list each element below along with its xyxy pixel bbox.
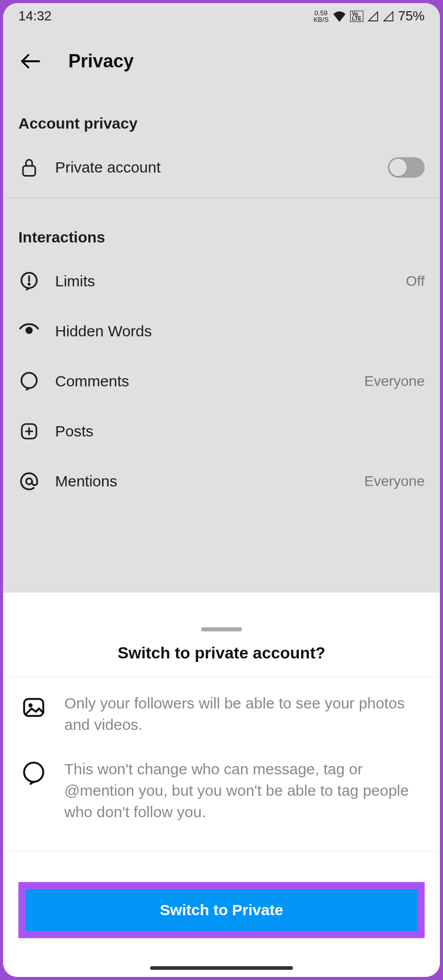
- signal-icon-2: [383, 11, 394, 22]
- posts-row[interactable]: Posts: [3, 406, 440, 456]
- private-account-row[interactable]: Private account: [3, 142, 440, 192]
- svg-rect-1: [23, 166, 35, 176]
- info-row-message: This won't change who can message, tag o…: [3, 743, 440, 830]
- wifi-icon: [333, 11, 346, 22]
- bottom-sheet: Switch to private account? Only your fol…: [3, 617, 440, 977]
- comments-value: Everyone: [364, 373, 425, 389]
- lte-icon: VoLTE: [350, 11, 363, 22]
- signal-icon-1: [367, 11, 379, 22]
- header: Privacy: [3, 28, 440, 89]
- posts-label: Posts: [55, 423, 425, 440]
- private-account-label: Private account: [55, 159, 373, 176]
- svg-point-5: [26, 327, 33, 334]
- drag-handle[interactable]: [201, 627, 242, 631]
- limits-row[interactable]: Limits Off: [3, 256, 440, 306]
- back-button[interactable]: [17, 48, 43, 74]
- limits-icon: [18, 271, 40, 292]
- nav-bar[interactable]: [150, 966, 293, 970]
- svg-point-4: [29, 284, 30, 285]
- info-text-1: Only your followers will be able to see …: [64, 693, 422, 736]
- lock-icon: [18, 157, 40, 178]
- private-account-toggle[interactable]: [388, 157, 425, 178]
- info-text-2: This won't change who can message, tag o…: [64, 758, 422, 823]
- battery-percent: 75%: [398, 8, 425, 24]
- mentions-value: Everyone: [364, 473, 425, 489]
- svg-point-13: [24, 763, 43, 782]
- svg-point-6: [21, 373, 37, 388]
- comments-row[interactable]: Comments Everyone: [3, 356, 440, 406]
- comment-icon: [18, 371, 40, 392]
- image-icon: [21, 695, 46, 720]
- at-icon: [18, 471, 40, 492]
- switch-to-private-button[interactable]: Switch to Private: [26, 889, 417, 931]
- network-speed: 0.59 KB/S: [313, 10, 329, 23]
- mentions-row[interactable]: Mentions Everyone: [3, 456, 440, 506]
- button-highlight: Switch to Private: [18, 882, 425, 938]
- info-row-photos: Only your followers will be able to see …: [3, 677, 440, 743]
- page-title: Privacy: [68, 51, 134, 72]
- comments-label: Comments: [55, 373, 349, 390]
- section-account-privacy: Account privacy: [3, 89, 440, 142]
- eye-icon: [18, 321, 40, 342]
- section-interactions: Interactions: [3, 203, 440, 256]
- status-bar: 14:32 0.59 KB/S VoLTE 75%: [3, 3, 440, 28]
- hidden-words-label: Hidden Words: [55, 323, 425, 340]
- status-time: 14:32: [18, 8, 52, 24]
- sheet-title: Switch to private account?: [3, 644, 440, 677]
- svg-point-12: [30, 704, 32, 706]
- hidden-words-row[interactable]: Hidden Words: [3, 306, 440, 356]
- chat-icon: [21, 761, 46, 786]
- limits-value: Off: [406, 273, 425, 289]
- svg-point-10: [26, 478, 32, 484]
- plus-box-icon: [18, 421, 40, 442]
- mentions-label: Mentions: [55, 473, 349, 490]
- limits-label: Limits: [55, 273, 390, 290]
